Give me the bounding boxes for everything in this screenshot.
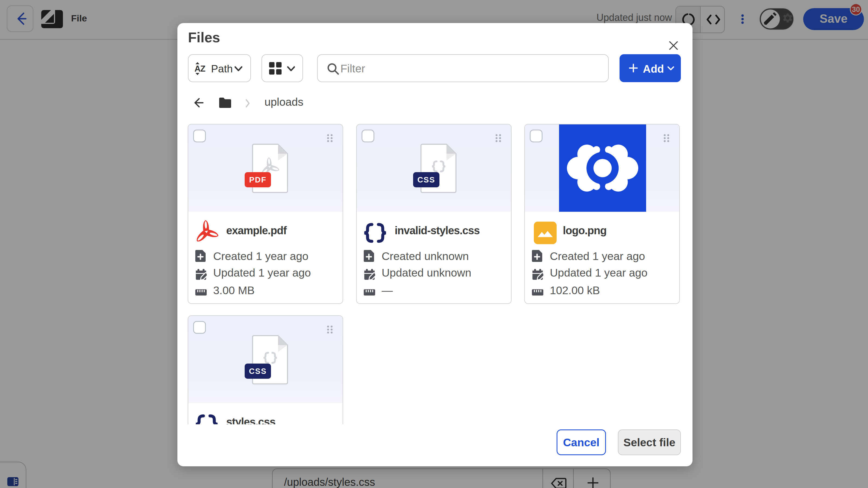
svg-text:AZ: AZ (194, 64, 205, 73)
